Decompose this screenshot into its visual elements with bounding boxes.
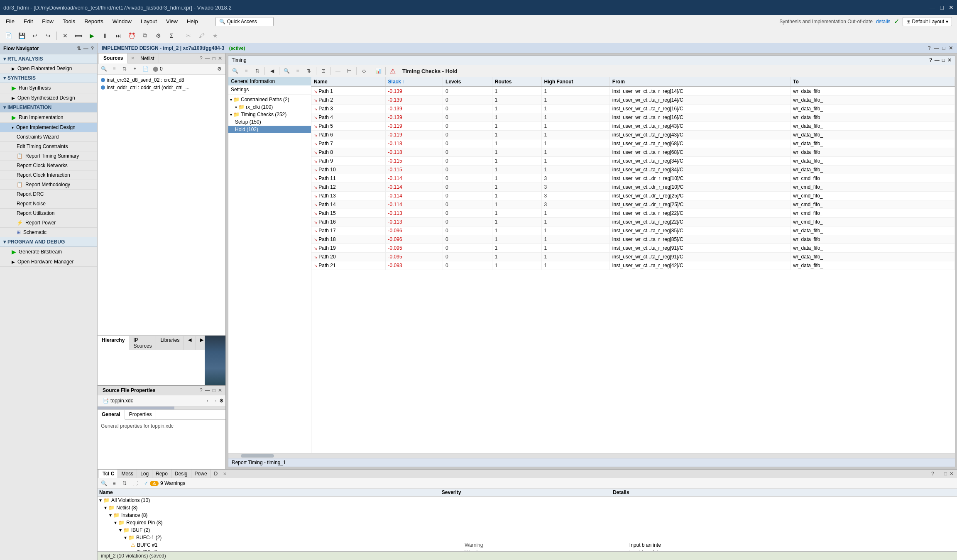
timing-setup-row[interactable]: Setup (150) [228,118,311,126]
quick-access-input[interactable]: 🔍 Quick Access [215,17,274,26]
nav-generate-bitstream[interactable]: ▶ Generate Bitstream [0,247,97,257]
timing-checks-row[interactable]: ▾ 📁 Timing Checks (252) [228,111,311,118]
cut-btn[interactable]: ✂ [183,30,194,41]
new-project-btn[interactable]: 📄 [2,30,14,41]
col-header-slack[interactable]: Slack ↑ [385,77,443,87]
timing-rxclki-row[interactable]: ▾ 📁 rx_clki (100) [228,103,311,111]
col-header-to[interactable]: To [791,77,955,87]
table-row[interactable]: ↘ Path 2 -0.139 0 1 1 inst_user_wr_ct...… [311,96,955,105]
table-row[interactable]: ↘ Path 5 -0.119 0 1 1 inst_user_wr_ct...… [311,122,955,131]
bufc1-row[interactable]: ▾ 📁 BUFC-1 (2) [98,534,957,541]
table-row[interactable]: ↘ Path 16 -0.113 0 1 1 inst_user_wr_ct..… [311,218,955,226]
copy-btn[interactable]: ⧉ [139,30,151,41]
nav-schematic[interactable]: ⊞ Schematic [0,228,97,237]
sources-sort-btn[interactable]: ⇅ [120,65,129,73]
sum-btn[interactable]: Σ [166,30,177,41]
d-tab[interactable]: D [211,470,222,478]
timing-diamond-btn[interactable]: ◇ [359,66,369,75]
netlist-row[interactable]: ▾ 📁 Netlist (8) [98,504,957,511]
table-row[interactable]: ↘ Path 6 -0.119 0 1 1 inst_user_wr_ct...… [311,131,955,139]
nav-minus-icon[interactable]: — [83,46,88,51]
bottom-question-icon[interactable]: ? [931,471,934,477]
sources-add-btn[interactable]: + [130,65,140,73]
timing-min-icon[interactable]: — [935,57,940,63]
hierarchy-tab[interactable]: Hierarchy [98,336,129,350]
sources-search-btn[interactable]: 🔍 [99,65,108,73]
nav-section-impl[interactable]: ▾ IMPLEMENTATION [0,103,97,112]
settings-btn[interactable]: ⚙ [152,30,164,41]
tcl-tab[interactable]: Tcl C [99,470,118,478]
nav-pin-icon[interactable]: ⇅ [77,46,81,51]
nav-report-utilization[interactable]: Report Utilization [0,209,97,218]
repo-tab[interactable]: Repo [152,470,171,478]
general-tab[interactable]: General [98,410,125,420]
timing-constrained-paths-row[interactable]: ▾ 📁 Constrained Paths (2) [228,96,311,103]
timing-filter2-btn[interactable]: ≡ [293,66,303,75]
close-btn[interactable]: ✕ [949,4,954,11]
menu-view[interactable]: View [162,17,182,26]
table-row[interactable]: ↘ Path 13 -0.114 0 1 3 inst_user_wr_ct..… [311,192,955,200]
nav-edit-timing[interactable]: Edit Timing Constraints [0,142,97,151]
timing-filter-btn[interactable]: ≡ [241,66,251,75]
details-link[interactable]: details [876,19,891,24]
props-min-icon[interactable]: — [205,387,210,393]
log-tab[interactable]: Log [137,470,152,478]
sources-min-icon[interactable]: — [205,56,210,61]
nav-report-power[interactable]: ⚡ Report Power [0,218,97,228]
minimize-btn[interactable]: — [930,4,935,11]
instance-row[interactable]: ▾ 📁 Instance (8) [98,511,957,519]
table-row[interactable]: ↘ Path 7 -0.118 0 1 1 inst_user_wr_ct...… [311,139,955,148]
nav-open-elaborated[interactable]: ▶ Open Elaborated Design [0,64,97,73]
highlight-btn[interactable]: 🖍 [196,30,208,41]
nav-section-synthesis[interactable]: ▾ SYNTHESIS [0,73,97,83]
nav-open-impl[interactable]: ▾ Open Implemented Design [0,123,97,132]
menu-reports[interactable]: Reports [80,17,108,26]
table-row[interactable]: ↘ Path 21 -0.093 0 1 1 inst_user_wr_ct..… [311,261,955,270]
bottom-max-icon[interactable]: □ [944,471,947,477]
sources-question-icon[interactable]: ? [200,56,203,61]
nav-section-program[interactable]: ▾ PROGRAM AND DEBUG [0,237,97,247]
impl-question-icon[interactable]: ? [928,45,930,51]
sources-close-icon[interactable]: ✕ [131,56,135,61]
table-row[interactable]: ↘ Path 20 -0.095 0 1 1 inst_user_wr_ct..… [311,253,955,261]
col-header-fanout[interactable]: High Fanout [541,77,609,87]
bottom-filter-btn[interactable]: ≡ [110,479,119,487]
file-tree-item[interactable]: 📑 toppin.xdc [99,397,137,405]
connect-btn[interactable]: ⟺ [73,30,84,41]
nav-report-methodology[interactable]: 📋 Report Methodology [0,180,97,190]
nav-report-clock-interaction[interactable]: Report Clock Interaction [0,170,97,180]
col-header-routes[interactable]: Routes [492,77,541,87]
menu-help[interactable]: Help [183,17,202,26]
table-row[interactable]: ↘ Path 17 -0.096 0 1 1 inst_user_wr_ct..… [311,226,955,235]
timing-settings[interactable]: Settings [228,85,311,94]
table-row[interactable]: ↘ Path 1 -0.139 0 1 1 inst_user_wr_ct...… [311,87,955,96]
powe-tab[interactable]: Powe [191,470,211,478]
col-header-levels[interactable]: Levels [443,77,492,87]
properties-gear-icon[interactable]: ⚙ [219,398,224,404]
table-row[interactable]: ↘ Path 15 -0.113 0 1 1 inst_user_wr_ct..… [311,209,955,218]
undo-btn[interactable]: ↩ [29,30,41,41]
table-row[interactable]: ↘ Path 4 -0.139 0 1 1 inst_user_wr_ct...… [311,113,955,122]
nav-open-hardware[interactable]: ▶ Open Hardware Manager [0,257,97,267]
bottom-sort-btn[interactable]: ⇅ [120,479,129,487]
arrow-left-tab[interactable]: ◀ [184,336,196,350]
nav-run-impl[interactable]: ▶ Run Implementation [0,112,97,123]
nav-report-drc[interactable]: Report DRC [0,190,97,199]
menu-flow[interactable]: Flow [38,17,57,26]
table-row[interactable]: ↘ Path 10 -0.115 0 1 1 inst_user_wr_ct..… [311,166,955,174]
sources-max-icon[interactable]: □ [213,56,215,61]
nav-run-synthesis[interactable]: ▶ Run Synthesis [0,83,97,93]
all-violations-row[interactable]: ▾ 📁 All Violations (10) [98,497,957,504]
bottom-panel-close-icon[interactable]: ✕ [223,471,227,477]
sources-file-btn[interactable]: 📄 [141,65,150,73]
delete-btn[interactable]: ✕ [59,30,71,41]
sources-gear-btn[interactable]: ⚙ [215,65,224,73]
timing-close-icon[interactable]: ✕ [947,57,952,63]
nav-report-timing-summary[interactable]: 📋 Report Timing Summary [0,151,97,161]
step-btn[interactable]: ⏭ [113,30,124,41]
bottom-search-btn[interactable]: 🔍 [99,479,108,487]
timing-sort2-btn[interactable]: ⇅ [304,66,314,75]
impl-close-icon[interactable]: ✕ [949,45,953,51]
star-btn[interactable]: ★ [209,30,221,41]
nav-question-icon[interactable]: ? [91,46,94,51]
